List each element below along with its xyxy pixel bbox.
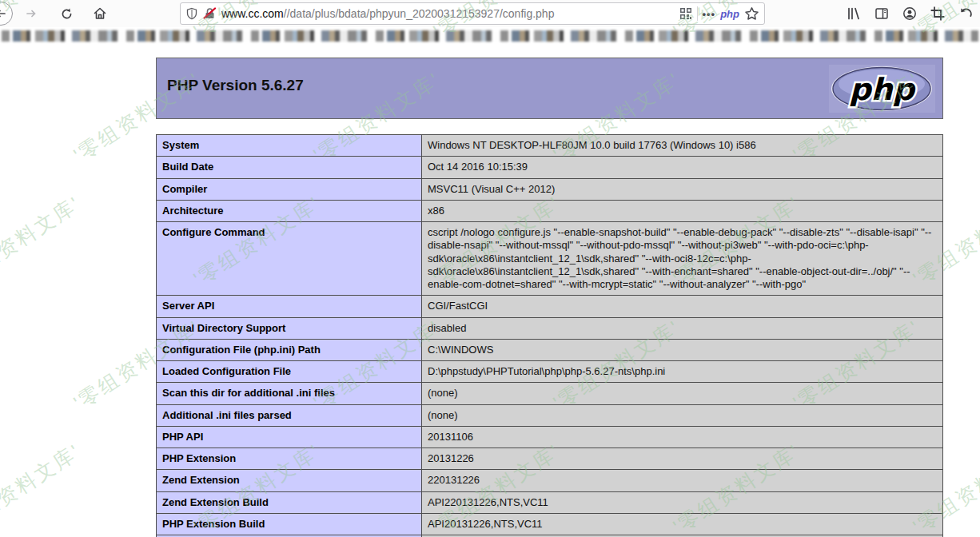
row-value: (none) — [422, 404, 943, 426]
censored-bookmarks-mosaic — [2, 30, 978, 42]
row-label: Compiler — [157, 178, 422, 200]
row-label: Zend Extension Build — [157, 491, 422, 513]
library-button[interactable] — [847, 6, 861, 21]
table-row: Loaded Configuration File D:\phpstudy\PH… — [157, 361, 943, 383]
row-value: D:\phpstudy\PHPTutorial\php\php-5.6.27-n… — [422, 361, 943, 383]
row-label: Server API — [157, 296, 422, 317]
browser-toolbar: www.cc.com//data/plus/bdata/phpyun_20200… — [0, 0, 980, 27]
home-button[interactable] — [88, 2, 112, 26]
sidebar-icon — [874, 6, 889, 21]
row-label: PHP Extension Build — [157, 513, 422, 535]
table-row: Scan this dir for additional .ini files … — [157, 383, 943, 404]
back-button[interactable] — [0, 2, 13, 26]
page-actions-button[interactable]: ••• — [703, 8, 716, 20]
url-path: //data/plus/bdata/phpyun_20200312153927/… — [284, 7, 555, 20]
row-value: x86 — [422, 200, 943, 221]
undo-arrow-icon — [958, 6, 974, 21]
row-label: Loaded Configuration File — [157, 361, 422, 383]
php-extension-badge[interactable]: php — [720, 8, 739, 20]
row-label: Configuration File (php.ini) Path — [157, 339, 422, 360]
table-row: Architecture x86 — [157, 200, 943, 221]
row-value: (none) — [422, 383, 943, 404]
row-value: disabled — [422, 317, 943, 339]
qr-code-icon[interactable] — [679, 7, 692, 20]
row-value: C:\WINDOWS — [422, 339, 943, 360]
row-value: API220131226,NTS,VC11 — [422, 491, 943, 513]
restore-button[interactable] — [958, 6, 974, 21]
table-row: System Windows NT DESKTOP-HLF80JM 10.0 b… — [157, 135, 943, 157]
toolbar-right-icons — [847, 2, 974, 25]
forward-button[interactable] — [19, 2, 43, 26]
row-label: Zend Extension — [157, 470, 422, 491]
page-actions-separator — [697, 6, 698, 21]
table-row: Configuration File (php.ini) Path C:\WIN… — [157, 339, 943, 360]
row-label: PHP Extension — [157, 448, 422, 470]
table-row: Zend Extension 220131226 — [157, 470, 943, 491]
row-label: Architecture — [157, 200, 422, 221]
account-button[interactable] — [902, 6, 917, 21]
sidebar-button[interactable] — [874, 6, 889, 21]
row-label: Virtual Directory Support — [157, 317, 422, 339]
table-row: Configure Command cscript /nologo config… — [157, 222, 943, 296]
row-value: MSVC11 (Visual C++ 2012) — [422, 178, 943, 200]
row-value: 20131226 — [422, 448, 943, 470]
insecure-lock-icon[interactable] — [203, 7, 217, 20]
reload-icon — [60, 7, 74, 21]
row-value: API20131226,NTS,VC11 — [422, 513, 943, 535]
table-row: Server API CGI/FastCGI — [157, 296, 943, 317]
table-row: PHP API 20131106 — [157, 426, 943, 448]
row-value: 220131226 — [422, 470, 943, 491]
row-label: Build Date — [157, 157, 422, 178]
php-logo: php — [829, 65, 935, 113]
address-bar[interactable]: www.cc.com//data/plus/bdata/phpyun_20200… — [180, 2, 765, 25]
phpinfo-page: PHP Version 5.6.27 php System Windows NT… — [0, 46, 980, 537]
row-value: Windows NT DESKTOP-HLF80JM 10.0 build 17… — [422, 135, 943, 157]
home-icon — [93, 6, 107, 21]
row-value: 20131106 — [422, 426, 943, 448]
table-row: Virtual Directory Support disabled — [157, 317, 943, 339]
crop-screenshot-icon — [930, 6, 945, 21]
table-row: Additional .ini files parsed (none) — [157, 404, 943, 426]
tracking-shield-icon[interactable] — [185, 7, 198, 20]
row-label: PHP API — [157, 426, 422, 448]
screenshot-button[interactable] — [930, 6, 945, 21]
row-value: cscript /nologo configure.js "--enable-s… — [422, 222, 943, 296]
library-icon — [847, 6, 861, 21]
url-text[interactable]: www.cc.com//data/plus/bdata/phpyun_20200… — [221, 7, 675, 20]
row-label: Additional .ini files parsed — [157, 404, 422, 426]
table-row: Compiler MSVC11 (Visual C++ 2012) — [157, 178, 943, 200]
table-row: Build Date Oct 14 2016 10:15:39 — [157, 157, 943, 178]
row-label: Scan this dir for additional .ini files — [157, 383, 422, 404]
table-row: Zend Extension Build API220131226,NTS,VC… — [157, 491, 943, 513]
row-value: CGI/FastCGI — [422, 296, 943, 317]
php-info-table: System Windows NT DESKTOP-HLF80JM 10.0 b… — [156, 134, 943, 537]
back-arrow-icon — [0, 7, 7, 20]
reload-button[interactable] — [54, 2, 78, 26]
php-logo-text: php — [849, 72, 916, 107]
table-row: PHP Extension Build API20131226,NTS,VC11 — [157, 513, 943, 535]
bookmark-star-icon[interactable] — [744, 6, 759, 21]
row-label: Configure Command — [157, 222, 422, 296]
php-info-table-body: System Windows NT DESKTOP-HLF80JM 10.0 b… — [157, 135, 943, 537]
account-icon — [902, 6, 917, 21]
page-title: PHP Version 5.6.27 — [157, 58, 942, 94]
php-version-header: PHP Version 5.6.27 php — [156, 58, 943, 119]
bookmarks-bar[interactable] — [0, 27, 980, 46]
row-value: Oct 14 2016 10:15:39 — [422, 157, 943, 178]
forward-arrow-icon — [25, 7, 38, 20]
row-label: System — [157, 135, 422, 157]
table-row: PHP Extension 20131226 — [157, 448, 943, 470]
url-domain: www.cc.com — [221, 7, 284, 20]
